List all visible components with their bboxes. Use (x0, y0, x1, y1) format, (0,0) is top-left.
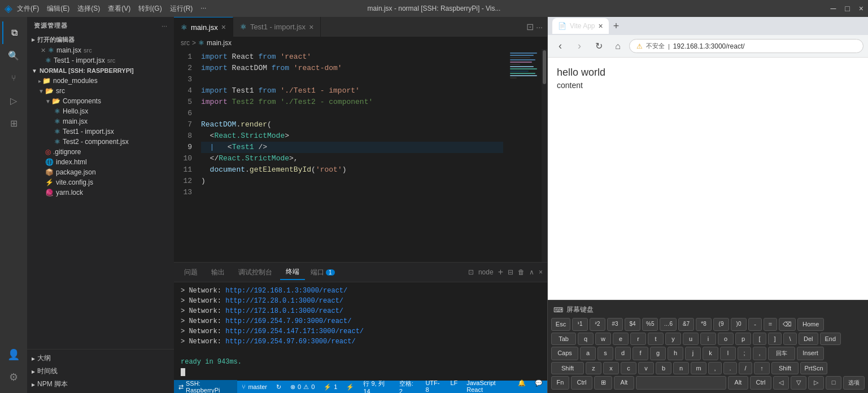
key-period[interactable]: . (723, 362, 737, 374)
key-ctrl-right[interactable]: Ctrl (750, 376, 771, 390)
key-esc[interactable]: Esc (551, 318, 570, 331)
tree-item-test2[interactable]: ⚛ Test2 - component.jsx (27, 137, 174, 147)
open-editors-header[interactable]: ▸ 打开的编辑器 (27, 34, 174, 45)
key-e[interactable]: e (613, 333, 629, 345)
key-comma2[interactable]: , (708, 362, 722, 374)
statusbar-notifications[interactable]: 🔔 (513, 379, 530, 394)
key-square[interactable]: □ (826, 376, 841, 390)
key-9[interactable]: (9 (713, 318, 729, 331)
key-options[interactable]: 选项 (843, 376, 865, 390)
key-1[interactable]: ¹1 (572, 318, 588, 331)
tree-root-header[interactable]: ▼ NORMAL [SSH: RASPBERRYPI] (27, 66, 174, 76)
tab-test1-import[interactable]: ⚛ Test1 - import.jsx × (233, 17, 321, 37)
key-f[interactable]: f (633, 347, 648, 360)
panel-collapse-icon[interactable]: ∧ (529, 268, 534, 276)
maximize-button[interactable]: □ (845, 4, 849, 13)
key-0[interactable]: )0 (731, 318, 747, 331)
activity-search[interactable]: 🔍 (2, 44, 25, 67)
statusbar-eol[interactable]: LF (446, 379, 462, 394)
key-shift-right[interactable]: Shift (771, 362, 799, 374)
key-h[interactable]: h (668, 347, 683, 360)
statusbar-branch-item[interactable]: ⑂ master (237, 383, 272, 390)
key-minus[interactable]: - (748, 318, 762, 331)
menu-select[interactable]: 选择(S) (77, 4, 100, 14)
browser-addressbar[interactable]: ⚠ 不安全 | 192.168.1.3:3000/react/ (629, 39, 863, 53)
key-x[interactable]: x (603, 362, 619, 374)
key-prtscn[interactable]: PrtScn (800, 362, 827, 374)
key-comma[interactable]: , (753, 347, 766, 360)
menu-more[interactable]: ··· (200, 4, 206, 14)
close-button[interactable]: × (859, 4, 863, 13)
key-shift-left[interactable]: Shift (551, 362, 584, 374)
key-space[interactable] (636, 376, 726, 390)
tree-item-src[interactable]: ▼ 📂 src (27, 86, 174, 96)
key-tab[interactable]: Tab (551, 333, 576, 345)
key-g[interactable]: g (650, 347, 666, 360)
key-2[interactable]: ²2 (590, 318, 605, 331)
key-b[interactable]: b (656, 362, 671, 374)
key-6[interactable]: …6 (660, 318, 677, 331)
terminal-link[interactable]: http://169.254.7.90:3000/react/ (225, 317, 351, 325)
statusbar-encoding[interactable]: UTF-8 (421, 379, 446, 394)
tab-close-icon[interactable]: × (221, 23, 226, 32)
key-p[interactable]: p (735, 333, 751, 345)
statusbar-ssh-item[interactable]: ⇄ SSH: RaspberryPi (174, 380, 237, 393)
menu-run[interactable]: 运行(R) (170, 4, 193, 14)
statusbar-chat[interactable]: 💬 (530, 379, 547, 394)
key-u[interactable]: u (683, 333, 699, 345)
tree-item-package-json[interactable]: 📦 package.json (27, 167, 174, 177)
key-fn[interactable]: Fn (551, 376, 569, 390)
panel-tab-output[interactable]: 输出 (206, 265, 230, 280)
panel-close-icon[interactable]: × (539, 268, 543, 276)
menu-edit[interactable]: 编辑(E) (47, 4, 69, 14)
breadcrumb-src[interactable]: src (181, 39, 190, 47)
statusbar-language[interactable]: JavaScript React (462, 379, 513, 394)
browser-forward-button[interactable]: › (572, 38, 587, 54)
terminal-link[interactable]: http://172.18.0.1:3000/react/ (225, 307, 343, 315)
add-terminal-icon[interactable]: + (498, 267, 503, 277)
account-icon[interactable]: 👤 (2, 343, 25, 366)
tab-main-jsx[interactable]: ⚛ main.jsx × (174, 17, 233, 37)
terminal-split-icon[interactable]: ⊟ (508, 268, 513, 276)
key-backspace[interactable]: ⌫ (779, 318, 796, 331)
key-m[interactable]: m (691, 362, 706, 374)
key-d[interactable]: d (615, 347, 631, 360)
tree-item-node-modules[interactable]: ▸ 📁 node_modules (27, 76, 174, 86)
key-right-arrow[interactable]: ▷ (808, 376, 824, 390)
menu-view[interactable]: 查看(V) (108, 4, 130, 14)
browser-back-button[interactable]: ‹ (552, 38, 568, 54)
key-up-arrow[interactable]: ↑ (754, 362, 770, 374)
tab-more-icon[interactable]: ··· (536, 23, 543, 32)
tree-item-hello[interactable]: ⚛ Hello.jsx (27, 106, 174, 116)
terminal-link[interactable]: http://169.254.147.171:3000/react/ (225, 328, 364, 335)
key-v[interactable]: v (638, 362, 654, 374)
tree-item-test1[interactable]: ⚛ Test1 - import.jsx (27, 126, 174, 137)
key-c[interactable]: c (621, 362, 636, 374)
tab-close-icon[interactable]: × (309, 23, 313, 32)
terminal-link[interactable]: http://169.254.97.69:3000/react/ (225, 338, 355, 346)
npm-section[interactable]: ▸ NPM 脚本 (27, 378, 174, 391)
terminal-kill-icon[interactable]: 🗑 (518, 268, 525, 276)
timeline-section[interactable]: ▸ 时间线 (27, 365, 174, 378)
key-r[interactable]: r (630, 333, 646, 345)
key-left-arrow[interactable]: ◁ (773, 376, 789, 390)
key-lbracket[interactable]: [ (753, 333, 766, 345)
statusbar-lightning-item[interactable]: ⚡ (342, 383, 359, 391)
key-5[interactable]: %5 (642, 318, 658, 331)
panel-tab-ports[interactable]: 端口 1 (307, 265, 338, 280)
statusbar-spaces[interactable]: 空格: 2 (395, 379, 421, 394)
browser-reload-button[interactable]: ↻ (591, 38, 607, 54)
key-down-arrow[interactable]: ▽ (791, 376, 806, 390)
tree-item-index-html[interactable]: 🌐 index.html (27, 157, 174, 167)
sidebar-more-icon[interactable]: ··· (162, 22, 167, 30)
key-rbracket[interactable]: ] (768, 333, 782, 345)
key-i[interactable]: i (700, 333, 716, 345)
key-end[interactable]: End (820, 333, 841, 345)
key-win[interactable]: ⊞ (594, 376, 612, 390)
terminal-link[interactable]: http://172.28.0.1:3000/react/ (225, 297, 343, 305)
browser-home-button[interactable]: ⌂ (610, 38, 626, 54)
key-ctrl-left[interactable]: Ctrl (571, 376, 592, 390)
key-del[interactable]: Del (799, 333, 818, 345)
key-t[interactable]: t (648, 333, 664, 345)
statusbar-position[interactable]: 行 9, 列 14 (359, 379, 394, 394)
